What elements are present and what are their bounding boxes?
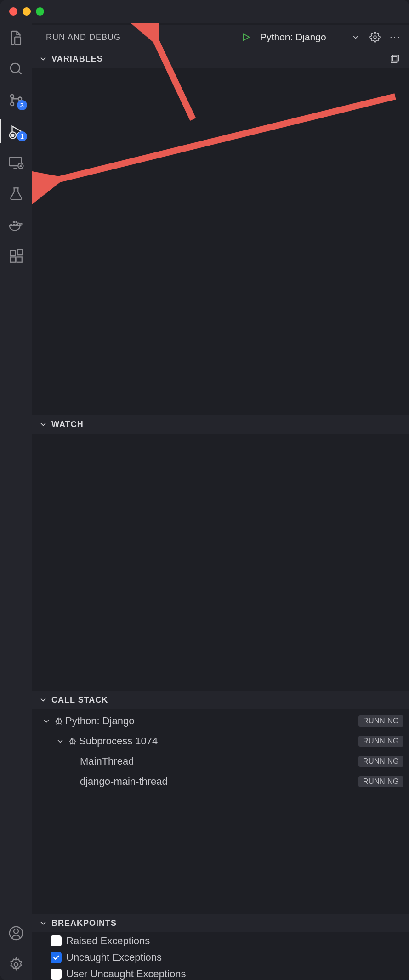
run-debug-badge: 1	[17, 131, 27, 141]
chevron-down-icon	[351, 33, 360, 42]
status-badge: RUNNING	[358, 776, 403, 787]
accounts-icon[interactable]	[8, 925, 24, 941]
watch-title: WATCH	[51, 420, 84, 429]
breakpoints-title: BREAKPOINTS	[51, 918, 117, 928]
callstack-label: django-main-thread	[80, 776, 358, 788]
watch-body	[32, 434, 409, 691]
callstack-row[interactable]: Python: DjangoRUNNING	[32, 711, 409, 731]
breakpoint-checkbox[interactable]	[51, 935, 62, 946]
testing-icon[interactable]	[8, 186, 24, 202]
breakpoint-row[interactable]: User Uncaught Exceptions	[32, 968, 409, 980]
bug-icon	[66, 736, 79, 746]
svg-rect-14	[10, 257, 15, 262]
window-maximize-button[interactable]	[36, 7, 44, 16]
callstack-label: Subprocess 1074	[79, 735, 358, 747]
window-close-button[interactable]	[9, 7, 17, 16]
chevron-down-icon	[39, 420, 48, 429]
svg-rect-21	[392, 55, 398, 61]
callstack-row[interactable]: django-main-threadRUNNING	[32, 772, 409, 792]
svg-rect-16	[17, 250, 23, 255]
variables-body	[32, 68, 409, 415]
breakpoint-row[interactable]: Raised Exceptions	[32, 935, 409, 947]
watch-section-header[interactable]: WATCH	[32, 415, 409, 434]
chevron-down-icon	[39, 695, 48, 704]
configure-gear-icon[interactable]	[369, 32, 381, 43]
run-debug-icon[interactable]: 1	[8, 123, 24, 140]
callstack-body: Python: DjangoRUNNINGSubprocess 1074RUNN…	[32, 709, 409, 792]
status-badge: RUNNING	[358, 715, 403, 727]
chevron-down-icon	[40, 716, 52, 726]
window-minimize-button[interactable]	[23, 7, 31, 16]
status-badge: RUNNING	[358, 756, 403, 767]
breakpoint-row[interactable]: Uncaught Exceptions	[32, 952, 409, 963]
breakpoint-label: User Uncaught Exceptions	[66, 968, 186, 980]
breakpoint-label: Uncaught Exceptions	[66, 952, 162, 963]
breakpoint-checkbox[interactable]	[51, 969, 62, 980]
variables-section-header[interactable]: VARIABLES	[32, 50, 409, 68]
panel-header: RUN AND DEBUG Python: Django ···	[32, 25, 409, 50]
main-body: 3 1	[0, 23, 409, 980]
collapse-all-icon[interactable]	[390, 54, 400, 64]
source-control-badge: 3	[17, 100, 27, 110]
svg-point-1	[11, 63, 20, 73]
docker-icon[interactable]	[8, 217, 24, 233]
bug-icon	[52, 716, 65, 726]
search-icon[interactable]	[8, 61, 24, 77]
breakpoint-checkbox[interactable]	[51, 952, 62, 963]
chevron-down-icon	[39, 918, 48, 928]
remote-explorer-icon[interactable]	[8, 154, 24, 171]
chevron-down-icon	[54, 737, 66, 746]
start-debugging-button[interactable]	[241, 32, 251, 42]
callstack-row[interactable]: Subprocess 1074RUNNING	[32, 731, 409, 751]
svg-point-19	[14, 963, 18, 967]
vscode-window: 3 1	[0, 0, 409, 980]
breakpoints-section-header[interactable]: BREAKPOINTS	[32, 914, 409, 932]
callstack-title: CALL STACK	[51, 695, 108, 705]
extensions-icon[interactable]	[8, 248, 24, 265]
callstack-label: Python: Django	[65, 715, 358, 727]
breakpoint-label: Raised Exceptions	[66, 935, 150, 947]
svg-point-18	[14, 929, 18, 934]
svg-rect-15	[17, 257, 22, 262]
callstack-row[interactable]: MainThreadRUNNING	[32, 751, 409, 772]
svg-rect-0	[15, 37, 21, 45]
run-debug-panel: RUN AND DEBUG Python: Django ···	[32, 23, 409, 980]
callstack-section-header[interactable]: CALL STACK	[32, 691, 409, 709]
callstack-label: MainThread	[80, 755, 358, 767]
panel-title: RUN AND DEBUG	[46, 33, 121, 42]
svg-point-2	[11, 95, 14, 98]
source-control-icon[interactable]: 3	[8, 92, 24, 108]
activity-bar: 3 1	[0, 23, 32, 980]
debug-config-name: Python: Django	[260, 32, 326, 43]
titlebar	[0, 0, 409, 23]
svg-rect-11	[13, 221, 15, 223]
svg-rect-13	[10, 250, 15, 255]
chevron-down-icon	[39, 54, 48, 63]
explorer-icon[interactable]	[8, 29, 24, 46]
breakpoints-body: Raised ExceptionsUncaught ExceptionsUser…	[32, 932, 409, 980]
settings-gear-icon[interactable]	[8, 956, 24, 973]
debug-config-dropdown[interactable]: Python: Django	[260, 32, 360, 43]
svg-point-3	[11, 102, 14, 106]
more-actions-button[interactable]: ···	[390, 31, 401, 43]
svg-rect-22	[391, 56, 397, 62]
status-badge: RUNNING	[358, 736, 403, 747]
svg-point-20	[374, 36, 376, 39]
variables-title: VARIABLES	[51, 54, 103, 64]
